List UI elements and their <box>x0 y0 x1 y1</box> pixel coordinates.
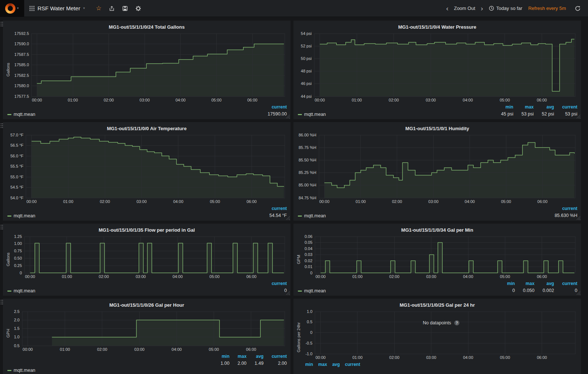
legend-stat-header[interactable]: current <box>261 206 287 212</box>
legend-stat-header[interactable]: avg <box>246 353 263 360</box>
legend-series[interactable]: mqtt.mean <box>7 213 35 218</box>
legend-stat-header[interactable]: current <box>554 104 577 110</box>
legend-series[interactable]: mqtt.mean <box>7 288 35 293</box>
legend-series[interactable]: mqtt.mean <box>298 112 326 117</box>
legend-stat-value: 0.002 <box>534 287 554 294</box>
legend-stat-header[interactable]: current <box>264 353 287 360</box>
row-drag-handle[interactable] <box>0 299 3 305</box>
legend-stat-header[interactable]: max <box>229 353 246 360</box>
svg-text:04:00: 04:00 <box>175 98 186 102</box>
clock-icon <box>489 6 494 11</box>
share-button[interactable] <box>107 4 117 13</box>
time-shift-forward-button[interactable]: › <box>479 5 485 12</box>
chart-canvas[interactable]: 0.51.01.52.02.500:0001:0002:0003:0004:00… <box>11 309 289 352</box>
chart-canvas[interactable]: 84.75 %H85.00 %H85.25 %H85.50 %H85.75 %H… <box>296 132 580 204</box>
svg-text:06:00: 06:00 <box>537 355 547 360</box>
panel-title[interactable]: MG1-out/15/1/1/0/26 Gal per Hour <box>3 299 291 309</box>
legend-stat-header[interactable]: max <box>513 104 534 110</box>
chart-area: Gallons 00.250.500.751.001.2500:0001:000… <box>3 234 291 279</box>
svg-text:17592.5: 17592.5 <box>14 31 29 36</box>
legend-stat-header[interactable]: current <box>546 206 577 212</box>
legend-stat-header[interactable]: min <box>213 353 229 360</box>
svg-text:04:00: 04:00 <box>465 199 475 204</box>
legend-series-name: mqtt.mean <box>14 368 35 373</box>
svg-text:0.50: 0.50 <box>14 256 22 260</box>
refresh-button[interactable] <box>573 4 583 13</box>
y-axis-title: GPH <box>5 309 11 352</box>
caret-down-icon: ▾ <box>17 7 19 10</box>
legend-series[interactable]: mqtt.mean <box>298 288 326 293</box>
chart-canvas[interactable]: 00.250.500.751.001.2500:0001:0002:0003:0… <box>11 234 289 279</box>
svg-text:2.5: 2.5 <box>14 309 19 314</box>
grafana-menu-button[interactable]: ▾ <box>0 0 24 17</box>
panel-title[interactable]: MG1-out/15/1/1/0/0 Air Temperature <box>3 122 291 132</box>
time-shift-back-button[interactable]: ‹ <box>444 5 450 12</box>
dashboard-panel: MG1-out/15/1/1/0/4 Water Pressure 44 psi… <box>293 21 581 119</box>
legend-stat-header[interactable]: avg <box>327 361 340 368</box>
panel-legend: current54.54 °Fmqtt.mean <box>3 204 291 221</box>
legend-stat-value: 53 psi <box>513 110 534 118</box>
chart-canvas[interactable]: 17577.517580.017582.517585.017587.517590… <box>11 31 289 103</box>
legend-series-name: mqtt.mean <box>304 213 326 218</box>
save-button[interactable] <box>120 4 130 13</box>
legend-stat-header[interactable]: max <box>515 281 534 287</box>
chart-canvas[interactable]: 44 psi46 psi48 psi50 psi52 psi54 psi00:0… <box>296 31 580 103</box>
svg-text:86.00 %H: 86.00 %H <box>299 133 316 137</box>
panel-title[interactable]: MG1-out/15/1/1/0/4 Water Pressure <box>293 21 581 31</box>
row-drag-handle[interactable] <box>0 224 3 230</box>
time-range-button[interactable]: Today so far <box>487 4 525 13</box>
chart-area: 44 psi46 psi48 psi50 psi52 psi54 psi00:0… <box>293 31 581 103</box>
svg-text:55.5 °F: 55.5 °F <box>10 164 24 168</box>
y-axis-title: Gallons <box>5 234 11 279</box>
legend-stat-header[interactable]: current <box>264 281 287 287</box>
chart-canvas[interactable]: 00.010.020.030.040.050.0600:0001:0002:00… <box>301 234 580 279</box>
dashboard-panel: MG1-out/15/1/1/0/26 Gal per Hour GPH 0.5… <box>3 299 291 374</box>
svg-text:0.04: 0.04 <box>304 246 312 251</box>
dashboard-picker[interactable]: RSF Water Meter ▾ <box>24 0 90 17</box>
legend-stat-header[interactable]: min <box>305 361 313 368</box>
row-drag-handle[interactable] <box>0 123 3 129</box>
grafana-logo <box>5 3 15 14</box>
svg-text:00:00: 00:00 <box>316 355 326 360</box>
legend-series[interactable]: mqtt.mean <box>298 213 326 218</box>
panel-legend: minmaxavgcurrent45 psi53 psi52 psi53 psi… <box>293 103 581 119</box>
chart-canvas[interactable]: 54.0 °F54.5 °F55.0 °F55.5 °F56.0 °F56.5 … <box>5 132 289 204</box>
panel-title[interactable]: MG1-out/15/1/0/1/35 Flow per period in G… <box>3 224 291 234</box>
legend-stat-header[interactable]: current <box>260 104 287 110</box>
svg-text:1.0: 1.0 <box>307 309 312 314</box>
legend-stat-header[interactable]: min <box>493 104 513 110</box>
chart-canvas[interactable]: -1.0-0.500.51.000:0001:0002:0003:0004:00… <box>301 309 580 360</box>
gear-icon <box>135 6 141 11</box>
legend-series[interactable]: mqtt.mean <box>7 112 35 117</box>
panel-title[interactable]: MG1-out/15/1/1/0/34 Gal per Min <box>293 224 581 234</box>
panel-title[interactable]: MG1-out/15/1/1/0/24 Total Gallons <box>3 21 291 31</box>
star-button[interactable]: ☆ <box>94 4 104 13</box>
panel-title[interactable]: MG1-out/15/1/1/0/25 Gal per 24 hr <box>293 299 581 309</box>
svg-text:05:00: 05:00 <box>211 98 222 102</box>
legend-stat-header[interactable]: max <box>313 361 327 368</box>
svg-text:85.50 %H: 85.50 %H <box>299 158 316 162</box>
chart-area: Gallons per 24hr -1.0-0.500.51.000:0001:… <box>293 309 581 360</box>
dashboard-title: RSF Water Meter <box>38 5 80 11</box>
svg-text:0.01: 0.01 <box>304 264 312 269</box>
settings-button[interactable] <box>133 4 143 13</box>
panel-title[interactable]: MG1-out/15/1/1/0/1 Humidity <box>293 122 581 132</box>
svg-text:06:00: 06:00 <box>537 199 548 204</box>
legend-stat-header[interactable]: min <box>499 281 515 287</box>
legend-stat-header[interactable]: avg <box>534 104 554 110</box>
svg-text:0.5: 0.5 <box>14 343 19 348</box>
panel-grid: MG1-out/15/1/1/0/24 Total Gallons Gallon… <box>0 17 588 374</box>
zoom-out-button[interactable]: Zoom Out <box>452 4 477 13</box>
legend-stat-header[interactable]: current <box>340 361 360 368</box>
refresh-interval-button[interactable]: Refresh every 5m <box>526 4 568 13</box>
row-drag-handle[interactable] <box>0 21 3 27</box>
legend-stat-header[interactable]: current <box>554 281 577 287</box>
legend-series-swatch <box>7 370 11 371</box>
legend-series[interactable]: mqtt.mean <box>7 368 287 373</box>
svg-text:01:00: 01:00 <box>356 199 366 204</box>
svg-text:05:00: 05:00 <box>209 347 219 352</box>
svg-text:04:00: 04:00 <box>463 98 473 102</box>
legend-stat-header[interactable]: avg <box>534 281 554 287</box>
y-axis-title: Gallons per 24hr <box>296 309 301 360</box>
svg-text:2.0: 2.0 <box>14 318 19 322</box>
